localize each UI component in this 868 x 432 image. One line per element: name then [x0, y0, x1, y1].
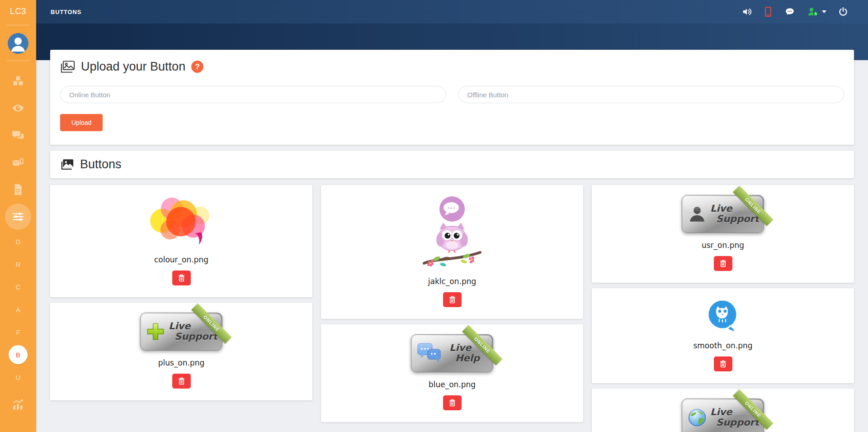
button-image-smooth: [705, 297, 741, 334]
tile-plus: LiveSupport ONLINE plus_on.png: [50, 303, 312, 400]
user-status-menu[interactable]: [807, 6, 826, 17]
button-image-usr: LiveSupport ONLINE: [682, 194, 764, 234]
button-filename: smooth_on.png: [693, 341, 752, 350]
images-filled-icon: [60, 158, 74, 171]
upload-card: Upload your Button ? Upload: [50, 50, 854, 145]
sidebar-item-modules[interactable]: [5, 67, 32, 95]
tile-jaklc: jaklc_on.png: [321, 185, 583, 319]
user-status-icon: [807, 6, 819, 17]
buttons-title-text: Buttons: [80, 157, 122, 171]
upload-inputs: [60, 86, 844, 103]
button-filename: colour_on.png: [154, 255, 208, 264]
button-filename: jaklc_on.png: [428, 277, 476, 286]
app-logo[interactable]: LC3: [10, 6, 26, 18]
button-image-jaklc: [422, 194, 482, 270]
chart-icon: [11, 399, 25, 411]
trash-icon: [178, 274, 185, 282]
tiles-column-1: colour_on.png: [50, 185, 312, 400]
cubes-icon: [12, 75, 24, 87]
sidebar-item-d[interactable]: D: [7, 230, 29, 253]
sidebar-item-buttons-active[interactable]: B: [9, 345, 28, 364]
button-filename: blue_on.png: [429, 380, 476, 389]
mail-devices-icon: [12, 156, 24, 169]
sidebar-item-statistics[interactable]: [5, 391, 32, 418]
offline-button-input[interactable]: [458, 86, 844, 103]
trash-icon: [449, 399, 456, 407]
upload-button[interactable]: Upload: [60, 114, 103, 131]
button-image-text: LiveHelp: [449, 343, 480, 364]
sidebar-item-c[interactable]: C: [7, 275, 29, 298]
sidebar-item-reports[interactable]: [5, 176, 32, 203]
button-filename: plus_on.png: [158, 358, 205, 367]
button-filename: usr_on.png: [702, 241, 744, 250]
online-button-input[interactable]: [60, 86, 446, 103]
person-icon: [8, 33, 28, 54]
buttons-card-header: Buttons: [50, 151, 854, 178]
sidebar-item-a[interactable]: A: [7, 298, 29, 321]
delete-button[interactable]: [443, 292, 462, 307]
trash-icon: [720, 260, 726, 267]
sidebar-nav: D R C A F B U: [5, 67, 32, 418]
trash-icon: [720, 360, 726, 368]
sidebar-item-buttons-settings[interactable]: [5, 203, 32, 230]
user-avatar[interactable]: [8, 33, 28, 54]
tiles-column-3: LiveSupport ONLINE usr_on.png: [592, 185, 854, 432]
tile-globe: LiveSupport ONLINE: [592, 389, 854, 432]
page-title: BUTTONS: [51, 9, 81, 15]
main-content: Upload your Button ? Upload Buttons: [36, 50, 868, 432]
delete-button[interactable]: [714, 256, 732, 271]
delete-button[interactable]: [443, 395, 462, 410]
buttons-card-title: Buttons: [60, 157, 844, 171]
tiles-column-2: jaklc_on.png: [321, 185, 583, 422]
divider: [7, 25, 29, 25]
delete-button[interactable]: [172, 374, 191, 389]
button-image-blue: LiveHelp ONLINE: [411, 333, 493, 373]
document-icon: [13, 184, 24, 195]
sidebar-item-r[interactable]: R: [7, 253, 29, 275]
caret-down-icon: [822, 10, 826, 13]
button-image-colour: [147, 194, 215, 248]
chat-bubbles-icon: [417, 341, 446, 366]
plus-cross-icon: [146, 320, 165, 343]
volume-icon[interactable]: [742, 7, 752, 17]
trash-icon: [449, 296, 456, 304]
upload-card-title: Upload your Button ?: [60, 60, 844, 74]
help-icon[interactable]: ?: [191, 61, 203, 73]
tile-blue: LiveHelp ONLINE blue_on.png: [321, 324, 583, 422]
tile-usr: LiveSupport ONLINE usr_on.png: [592, 185, 854, 283]
sidebar-item-f[interactable]: F: [7, 321, 29, 343]
delete-button[interactable]: [172, 271, 191, 285]
mobile-phone-icon[interactable]: [764, 6, 773, 17]
sidebar-item-chats[interactable]: [5, 122, 32, 149]
button-tiles: colour_on.png: [50, 185, 854, 432]
chat-icon[interactable]: [784, 7, 795, 17]
divider: [7, 61, 29, 61]
sidebar: LC3: [0, 0, 36, 432]
comments-icon: [12, 129, 24, 142]
person-silhouette-icon: [688, 203, 707, 225]
top-navbar: BUTTONS: [36, 0, 868, 24]
trash-icon: [178, 377, 185, 385]
delete-button[interactable]: [714, 356, 732, 371]
images-icon: [60, 60, 75, 74]
sidebar-item-messages[interactable]: [5, 149, 32, 176]
active-indicator: [5, 204, 31, 230]
sidebar-item-visitors[interactable]: [5, 95, 32, 122]
power-icon[interactable]: [838, 7, 848, 17]
sidebar-item-u[interactable]: U: [7, 366, 29, 389]
upload-title-text: Upload your Button: [81, 60, 185, 74]
globe-icon: [688, 406, 707, 429]
sliders-icon: [12, 210, 24, 223]
eye-icon: [12, 102, 24, 114]
tile-smooth: smooth_on.png: [592, 288, 854, 383]
button-image-globe: LiveSupport ONLINE: [682, 398, 764, 432]
navbar-actions: [742, 6, 848, 17]
button-image-plus: LiveSupport ONLINE: [140, 312, 222, 351]
page: BUTTONS: [36, 0, 868, 432]
tile-colour: colour_on.png: [50, 185, 312, 297]
